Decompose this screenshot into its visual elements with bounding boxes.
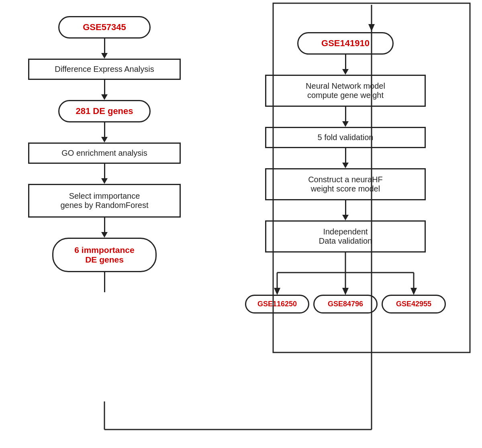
importance-genes-node: 6 immportanceDE genes [52, 238, 157, 272]
gse57345-label: GSE57345 [83, 22, 126, 32]
arrow-line [104, 39, 105, 53]
arrow-head [342, 69, 349, 75]
go-enrichment-node: GO enrichment analysis [28, 143, 181, 164]
diff-express-node: Difference Express Analysis [28, 59, 181, 80]
branch-container: GSE116250 GSE84796 GSE42955 [245, 253, 446, 333]
fold-validation-node: 5 fold validation [265, 127, 426, 148]
svg-marker-10 [342, 288, 349, 295]
arrow-head [342, 215, 349, 220]
gse57345-node: GSE57345 [58, 16, 151, 39]
arrow-4-5 [101, 164, 108, 184]
arrow-line [104, 80, 105, 94]
gse141910-label: GSE141910 [321, 38, 370, 48]
diagram-container: GSE57345 Difference Express Analysis 281… [0, 0, 482, 448]
neurahf-node: Construct a neuraHFweight score model [265, 168, 426, 200]
arrow-line [104, 122, 105, 137]
arrow-head [342, 163, 349, 168]
gse42955-label: GSE42955 [396, 300, 431, 308]
random-forest-node: Select immportancegenes by RandomForest [28, 184, 181, 218]
go-enrichment-label: GO enrichment analysis [61, 149, 147, 157]
arrow-5-6 [101, 218, 108, 238]
independent-validation-label: IndependentData validation [319, 227, 372, 245]
arrow-1-2 [101, 39, 108, 59]
arrow-line [345, 148, 346, 163]
arrow-line [104, 218, 105, 232]
svg-marker-8 [274, 288, 280, 295]
gse116250-label: GSE116250 [257, 300, 297, 308]
gse84796-label: GSE84796 [328, 300, 363, 308]
random-forest-label: Select immportancegenes by RandomForest [60, 191, 148, 210]
gse141910-node: GSE141910 [297, 32, 394, 55]
diff-express-label: Difference Express Analysis [55, 65, 154, 73]
arrow-line [104, 164, 105, 178]
neural-network-node: Neural Network modelcompute gene weight [265, 75, 426, 107]
arrow-r4-r5 [342, 200, 349, 220]
svg-marker-12 [411, 288, 417, 295]
fold-validation-label: 5 fold validation [318, 133, 374, 142]
arrow-head [101, 232, 108, 238]
arrow-r3-r4 [342, 148, 349, 168]
right-column: GSE141910 Neural Network modelcompute ge… [209, 0, 482, 448]
right-col-inner: GSE141910 Neural Network modelcompute ge… [209, 4, 482, 333]
arrow-head [101, 178, 108, 184]
arrow-line [345, 55, 346, 69]
arrow-head [101, 94, 108, 100]
de-genes-label: 281 DE genes [76, 106, 133, 116]
bottom-connector-line [104, 272, 105, 292]
arrow-head [101, 53, 108, 59]
neurahf-label: Construct a neuraHFweight score model [308, 175, 383, 193]
arrow-r1-r2 [342, 55, 349, 75]
arrow-line [345, 107, 346, 121]
arrow-2-3 [101, 80, 108, 100]
arrow-r2-r3 [342, 107, 349, 127]
arrow-head [342, 121, 349, 127]
arrow-line [345, 200, 346, 215]
importance-genes-label: 6 immportanceDE genes [74, 245, 134, 264]
branch-svg [245, 253, 446, 333]
de-genes-node: 281 DE genes [58, 100, 151, 122]
gse84796-node: GSE84796 [313, 295, 378, 314]
gse116250-node: GSE116250 [245, 295, 309, 314]
arrow-head [101, 137, 108, 143]
neural-network-label: Neural Network modelcompute gene weight [306, 81, 385, 100]
gse42955-node: GSE42955 [382, 295, 446, 314]
independent-validation-node: IndependentData validation [265, 220, 426, 253]
left-column: GSE57345 Difference Express Analysis 281… [0, 0, 209, 448]
arrow-3-4 [101, 122, 108, 143]
